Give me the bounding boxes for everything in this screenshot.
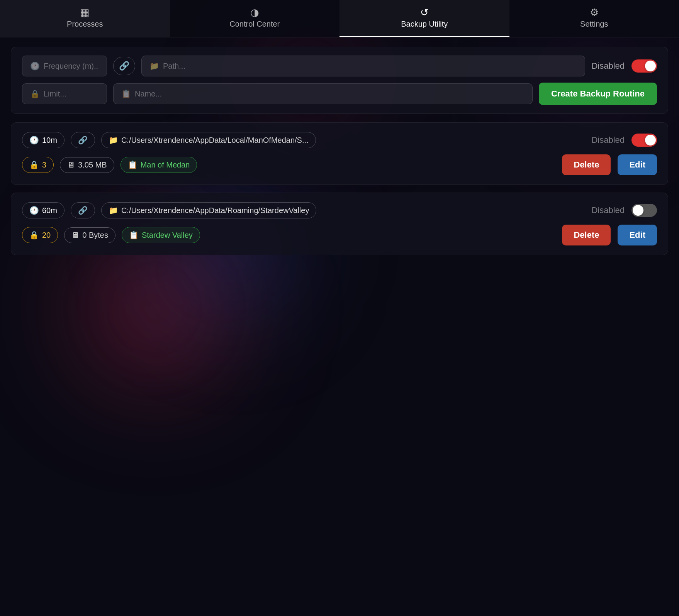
folder-icon-1: 📁 — [109, 135, 118, 145]
limit-value-1: 3 — [42, 161, 46, 169]
limit-pill-1: 🔒 3 — [22, 157, 54, 173]
link-icon: 🔗 — [119, 61, 129, 71]
name-input[interactable] — [135, 90, 525, 98]
frequency-input-wrapper[interactable]: 🕐 — [22, 56, 107, 76]
routine-toggle-knob-2 — [633, 205, 643, 216]
routine-toggle-knob-1 — [645, 135, 656, 146]
clock-icon: 🕐 — [30, 61, 40, 71]
nav-item-settings[interactable]: ⚙ Settings — [509, 0, 679, 37]
limit-icon: 🔒 — [30, 89, 40, 98]
name-input-wrapper[interactable]: 📋 — [113, 83, 533, 104]
link-icon-pill[interactable]: 🔗 — [113, 57, 135, 75]
limit-pill-2: 🔒 20 — [22, 227, 58, 243]
nav-label-backup-utility: Backup Utility — [401, 20, 448, 29]
form-row-top: 🕐 🔗 📁 Disabled — [22, 56, 657, 76]
form-bottom-right: Create Backup Routine — [539, 83, 657, 105]
routine-row-bottom-1: 🔒 3 🖥 3.05 MB 📋 Man of Medan Delete Edit — [22, 154, 657, 175]
form-top-right: Disabled — [591, 59, 657, 73]
frequency-value-1: 10m — [42, 136, 57, 145]
routine-disabled-label-2: Disabled — [591, 205, 625, 215]
name-value-2: Stardew Valley — [142, 231, 193, 240]
routine-card-stardew-valley: 🕐 60m 🔗 📁 C:/Users/Xtrendence/AppData/Ro… — [11, 193, 668, 255]
frequency-pill-1: 🕐 10m — [22, 132, 65, 148]
backup-utility-icon: ↺ — [420, 7, 429, 17]
routine-buttons-2: Delete Edit — [562, 225, 657, 245]
limit-input-wrapper[interactable]: 🔒 — [22, 83, 107, 104]
name-value-1: Man of Medan — [141, 161, 190, 169]
link-icon-2: 🔗 — [78, 206, 88, 215]
limit-input[interactable] — [44, 90, 99, 98]
create-backup-button[interactable]: Create Backup Routine — [539, 83, 657, 105]
name-icon: 📋 — [121, 89, 131, 98]
delete-button-1[interactable]: Delete — [562, 154, 611, 175]
nav-item-backup-utility[interactable]: ↺ Backup Utility — [340, 0, 509, 37]
edit-button-1[interactable]: Edit — [618, 154, 657, 175]
nav-label-processes: Processes — [67, 20, 103, 29]
name-pill-1: 📋 Man of Medan — [121, 157, 197, 173]
form-row-bottom: 🔒 📋 Create Backup Routine — [22, 83, 657, 105]
routine-toggle-2[interactable] — [631, 204, 657, 217]
nav-item-control-center[interactable]: ◑ Control Center — [170, 0, 340, 37]
path-input[interactable] — [163, 62, 577, 71]
frequency-value-2: 60m — [42, 206, 57, 215]
routine-toggle-track-1 — [631, 134, 657, 147]
link-icon-1: 🔗 — [78, 135, 88, 145]
folder-icon-2: 📁 — [109, 206, 118, 215]
storage-icon-2: 🖥 — [71, 231, 79, 240]
nav-label-control-center: Control Center — [229, 20, 280, 29]
top-navigation: ▦ Processes ◑ Control Center ↺ Backup Ut… — [0, 0, 679, 37]
settings-icon: ⚙ — [590, 7, 599, 17]
frequency-pill-2: 🕐 60m — [22, 202, 65, 218]
folder-icon: 📁 — [149, 61, 159, 71]
frequency-input[interactable] — [44, 62, 99, 71]
link-pill-1: 🔗 — [71, 132, 95, 148]
path-value-1: C:/Users/Xtrendence/AppData/Local/ManOfM… — [121, 136, 309, 145]
lock-icon-2: 🔒 — [29, 230, 39, 240]
routine-row-bottom-2: 🔒 20 🖥 0 Bytes 📋 Stardew Valley Delete E… — [22, 225, 657, 245]
storage-icon-1: 🖥 — [67, 161, 75, 169]
routine-disabled-label-1: Disabled — [591, 135, 625, 145]
name-icon-1: 📋 — [128, 160, 137, 169]
path-input-wrapper[interactable]: 📁 — [141, 56, 585, 76]
size-pill-2: 🖥 0 Bytes — [64, 227, 115, 243]
clock-icon-1: 🕐 — [29, 135, 39, 145]
edit-button-2[interactable]: Edit — [618, 225, 657, 245]
form-toggle-track — [631, 59, 657, 73]
size-pill-1: 🖥 3.05 MB — [60, 157, 114, 173]
main-content: 🕐 🔗 📁 Disabled — [0, 37, 679, 272]
path-pill-2: 📁 C:/Users/Xtrendence/AppData/Roaming/St… — [101, 202, 317, 218]
form-disabled-label: Disabled — [591, 61, 625, 71]
routine-right-2: Disabled — [591, 204, 657, 217]
nav-label-settings: Settings — [580, 20, 608, 29]
path-pill-1: 📁 C:/Users/Xtrendence/AppData/Local/ManO… — [101, 132, 316, 148]
form-toggle[interactable] — [631, 59, 657, 73]
nav-item-processes[interactable]: ▦ Processes — [0, 0, 170, 37]
routine-toggle-1[interactable] — [631, 134, 657, 147]
name-pill-2: 📋 Stardew Valley — [122, 227, 200, 243]
link-pill-2: 🔗 — [71, 202, 95, 218]
create-form-card: 🕐 🔗 📁 Disabled — [11, 47, 668, 114]
routine-card-man-of-medan: 🕐 10m 🔗 📁 C:/Users/Xtrendence/AppData/Lo… — [11, 122, 668, 185]
size-value-1: 3.05 MB — [78, 161, 107, 169]
name-icon-2: 📋 — [129, 230, 139, 240]
routine-row-top-2: 🕐 60m 🔗 📁 C:/Users/Xtrendence/AppData/Ro… — [22, 202, 657, 218]
size-value-2: 0 Bytes — [82, 231, 108, 240]
path-value-2: C:/Users/Xtrendence/AppData/Roaming/Star… — [121, 206, 309, 215]
routine-right-1: Disabled — [591, 134, 657, 147]
delete-button-2[interactable]: Delete — [562, 225, 611, 245]
lock-icon-1: 🔒 — [29, 160, 39, 169]
routine-buttons-1: Delete Edit — [562, 154, 657, 175]
control-center-icon: ◑ — [250, 7, 259, 17]
routine-row-top-1: 🕐 10m 🔗 📁 C:/Users/Xtrendence/AppData/Lo… — [22, 132, 657, 148]
processes-icon: ▦ — [80, 7, 90, 17]
form-toggle-knob — [645, 61, 656, 71]
clock-icon-2: 🕐 — [29, 206, 39, 215]
routine-toggle-track-2 — [631, 204, 657, 217]
limit-value-2: 20 — [42, 231, 51, 240]
